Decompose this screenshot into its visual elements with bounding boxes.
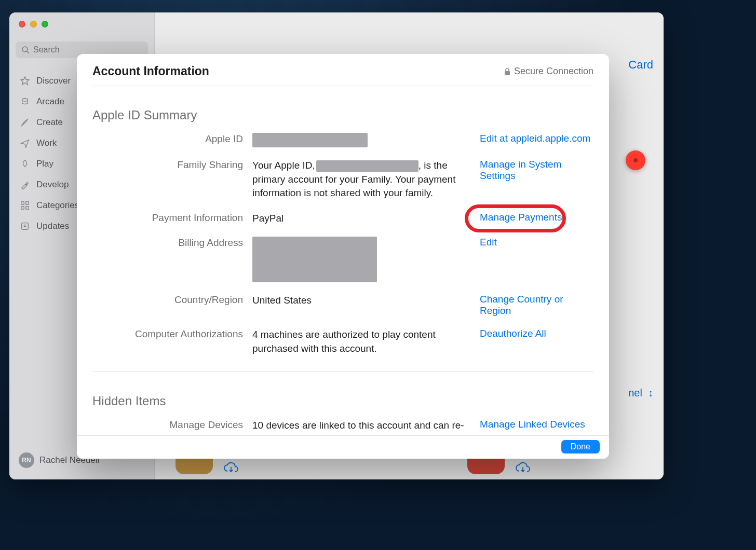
row-computer-authorizations: Computer Authorizations 4 machines are a… (92, 328, 593, 355)
row-country-region: Country/Region United States Change Coun… (92, 294, 593, 317)
desktop-background: Discover Arcade Create Work Play Develop (0, 0, 756, 550)
secure-connection-text: Secure Connection (514, 66, 593, 77)
apple-id-value (252, 133, 470, 147)
edit-appleid-link[interactable]: Edit at appleid.apple.com (480, 133, 590, 144)
section-hidden-items: Hidden Items (92, 394, 593, 408)
manage-payments-link[interactable]: Manage Payments (480, 212, 562, 223)
devices-value: 10 devices are linked to this account an… (252, 419, 470, 435)
edit-billing-link[interactable]: Edit (480, 237, 497, 248)
row-family-sharing: Family Sharing Your Apple ID,, is the pr… (92, 159, 593, 200)
row-billing-address: Billing Address Edit (92, 237, 593, 282)
recording-indicator (626, 150, 645, 170)
modal-scroll-area[interactable]: Account Information Secure Connection Ap… (77, 54, 609, 435)
manage-family-link[interactable]: Manage in System Settings (480, 159, 561, 181)
account-information-modal: Account Information Secure Connection Ap… (77, 54, 609, 459)
row-label: Manage Devices (92, 419, 243, 435)
country-value: United States (252, 294, 470, 317)
app-store-window: Discover Arcade Create Work Play Develop (9, 12, 664, 479)
billing-value (252, 237, 470, 282)
row-label: Family Sharing (92, 159, 243, 200)
row-apple-id: Apple ID Edit at appleid.apple.com (92, 133, 593, 147)
section-apple-id-summary: Apple ID Summary (92, 108, 593, 122)
change-country-link[interactable]: Change Country or Region (480, 294, 563, 316)
row-manage-devices: Manage Devices 10 devices are linked to … (92, 419, 593, 435)
row-label: Computer Authorizations (92, 328, 243, 355)
auth-value: 4 machines are authorized to play conten… (252, 328, 470, 355)
payment-value: PayPal (252, 212, 470, 226)
row-label: Apple ID (92, 133, 243, 147)
modal-title: Account Information (92, 64, 209, 78)
redacted-appleid (252, 133, 368, 147)
row-label: Payment Information (92, 212, 243, 226)
row-label: Billing Address (92, 237, 243, 282)
family-text-before: Your Apple ID, (252, 160, 315, 171)
manage-linked-devices-link[interactable]: Manage Linked Devices (480, 419, 585, 430)
section-divider (92, 372, 593, 372)
deauthorize-all-link[interactable]: Deauthorize All (480, 328, 546, 339)
svg-rect-8 (505, 71, 510, 75)
secure-connection-label: Secure Connection (504, 66, 593, 77)
modal-footer: Done (77, 435, 609, 459)
family-sharing-value: Your Apple ID,, is the primary account f… (252, 159, 470, 200)
lock-icon (504, 67, 511, 76)
done-button[interactable]: Done (561, 440, 600, 453)
row-label: Country/Region (92, 294, 243, 317)
redacted-family-id (316, 160, 419, 172)
redacted-billing-address (252, 237, 377, 282)
row-payment-information: Payment Information PayPal Manage Paymen… (92, 212, 593, 226)
